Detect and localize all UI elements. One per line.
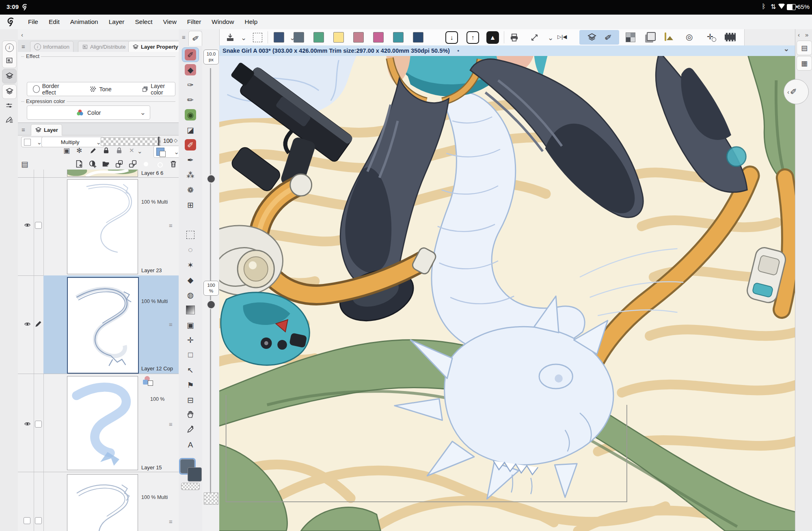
dark-pen-tool[interactable]: ✐ <box>182 138 199 152</box>
marquee-tool[interactable] <box>182 228 199 242</box>
tool-tab[interactable]: ✐ <box>188 31 202 46</box>
sub-view-palette-button[interactable] <box>647 32 656 41</box>
resize-canvas-button[interactable] <box>530 33 539 42</box>
canvas-artwork[interactable] <box>219 56 795 531</box>
layer-drag-grip[interactable]: ≡ <box>169 518 173 525</box>
menu-item[interactable]: Edit <box>43 15 65 29</box>
draft-layer-button[interactable] <box>89 147 97 155</box>
layer-palette-menu-icon[interactable]: ≡ <box>22 127 25 133</box>
menu-item[interactable]: Help <box>239 15 263 29</box>
blend-tool[interactable]: ◍ <box>182 288 199 302</box>
sub-tool-palette-button[interactable] <box>2 113 16 126</box>
divider[interactable] <box>182 213 199 227</box>
keyframe-button[interactable]: ✻ <box>76 147 82 154</box>
new-raster-layer-button[interactable] <box>75 159 84 168</box>
figure-tool[interactable]: □ <box>182 348 199 362</box>
panel-collapse-icon[interactable]: ‹ <box>21 32 23 38</box>
slider-track[interactable] <box>210 68 211 492</box>
lock-layer-button[interactable] <box>102 147 110 155</box>
color-swatch[interactable] <box>333 32 344 43</box>
view-menu-chevron-icon[interactable]: ⌄ <box>548 34 553 41</box>
menu-item[interactable]: File <box>23 15 43 29</box>
collapse-right-icon[interactable]: » <box>805 32 808 38</box>
tab-layer[interactable]: Layer <box>31 124 62 135</box>
lock-transparent-pixels-button[interactable] <box>115 147 123 155</box>
opacity-spinner[interactable]: ◇ <box>174 138 177 143</box>
brush-tool[interactable]: ✑ <box>182 78 199 92</box>
layer-row[interactable]: Layer 6 6 <box>18 170 179 178</box>
border-effect-button[interactable]: Border effect <box>33 83 70 96</box>
text-tool[interactable]: A <box>182 438 199 452</box>
eyedropper-tool[interactable] <box>182 423 199 437</box>
layer-checkbox[interactable] <box>35 421 42 428</box>
tool-opacity-readout[interactable]: 100 % <box>203 281 219 296</box>
menu-item[interactable]: View <box>158 15 182 29</box>
menu-item[interactable]: Select <box>130 15 158 29</box>
tool-strip-menu-icon[interactable]: ≡ <box>182 34 186 40</box>
opacity-value[interactable]: 100 <box>163 138 173 144</box>
eraser-tool[interactable]: ◆ <box>182 63 199 77</box>
auto-select-tool[interactable]: ✶ <box>182 258 199 272</box>
tab-align-distribute[interactable]: Align/Distribute <box>78 41 130 52</box>
operate-3d-tool[interactable]: ▣ <box>182 318 199 332</box>
visibility-eye-icon[interactable] <box>23 222 32 228</box>
airbrush-tool[interactable]: ⁂ <box>182 168 199 182</box>
menu-item[interactable]: Window <box>206 15 239 29</box>
layer-property-palette-button[interactable] <box>2 69 17 84</box>
slider-transparent-chip[interactable] <box>204 492 218 505</box>
layer-palette-button[interactable] <box>2 84 17 99</box>
color-swatch[interactable] <box>313 32 324 43</box>
information-palette-button[interactable]: i <box>2 41 16 54</box>
brush-size-slider-handle[interactable] <box>207 174 216 183</box>
auto-action-button[interactable]: ✛ <box>707 33 713 41</box>
hand-tool[interactable] <box>182 408 199 422</box>
reference-image-button[interactable] <box>665 32 666 41</box>
layer-drag-grip[interactable]: ≡ <box>169 222 173 229</box>
color-set-palette-button[interactable] <box>626 32 635 42</box>
color-swatch[interactable] <box>373 32 384 43</box>
marker-tool[interactable]: ✏ <box>182 93 199 107</box>
layer-up-button[interactable]: ↑ <box>466 31 479 44</box>
timeline-palette-button[interactable] <box>725 33 736 41</box>
pen-mode-button[interactable]: ✐ <box>604 32 612 42</box>
menu-item[interactable]: Filter <box>182 15 206 29</box>
visibility-eye-icon[interactable] <box>23 321 32 327</box>
gradient-tool[interactable] <box>182 303 199 317</box>
tone-button[interactable]: Tone <box>89 86 111 93</box>
layer-palette-color-select[interactable]: ⌄ <box>153 146 182 158</box>
frame-border-tool[interactable]: ⊞ <box>182 198 199 212</box>
transfer-to-lower-layer-button[interactable] <box>115 159 124 168</box>
g-pen-tool[interactable]: ✒ <box>182 153 199 167</box>
right-panel-button-2[interactable]: ▦ <box>797 56 812 71</box>
color-swatch[interactable] <box>413 32 423 43</box>
thumbnail-view-button[interactable]: ▤ <box>21 160 28 168</box>
canvas-area[interactable]: Snake Girl A 003* (303.00 x 426.00mm Tri… <box>219 45 795 531</box>
brush-size-readout[interactable]: 10.0 px <box>203 49 219 64</box>
clip-studio-logo[interactable] <box>6 17 16 27</box>
panel-menu-grip-icon[interactable]: ≡ <box>22 43 25 49</box>
menu-item[interactable]: Layer <box>104 15 130 29</box>
tab-layer-property[interactable]: Layer Property <box>128 41 182 52</box>
publish-button[interactable]: ▲ <box>486 31 499 44</box>
new-folder-button[interactable] <box>102 159 110 168</box>
line-correct-tool[interactable]: ⚑ <box>182 378 199 392</box>
tool-property-palette-button[interactable] <box>2 99 16 112</box>
color-swatch[interactable] <box>393 32 404 43</box>
layer-row[interactable]: 100 % Multi Layer 23 ≡ <box>18 177 179 276</box>
transform-button[interactable] <box>253 33 262 42</box>
menu-item[interactable]: Animation <box>65 15 104 29</box>
layer-drag-grip[interactable]: ≡ <box>169 421 173 428</box>
align-distribute-palette-button[interactable] <box>2 54 16 67</box>
save-button[interactable] <box>225 33 235 43</box>
color-swatch[interactable] <box>274 32 284 43</box>
layer-color-button[interactable]: Layer color <box>142 83 175 96</box>
layer-down-button[interactable]: ↓ <box>445 31 458 44</box>
visibility-checkbox[interactable] <box>24 517 30 524</box>
save-menu-chevron-icon[interactable]: ⌄ <box>241 34 246 41</box>
visibility-eye-icon[interactable] <box>23 421 32 427</box>
layer-color-off-button[interactable]: ✕ <box>129 147 134 153</box>
layer-palette-toggle-button[interactable] <box>587 32 597 42</box>
edge-pen-handle[interactable]: ‹ ✐ <box>784 79 809 104</box>
layer-drag-grip[interactable]: ≡ <box>169 321 173 328</box>
layer-row[interactable]: 100 % Multi ≡ <box>18 472 179 531</box>
